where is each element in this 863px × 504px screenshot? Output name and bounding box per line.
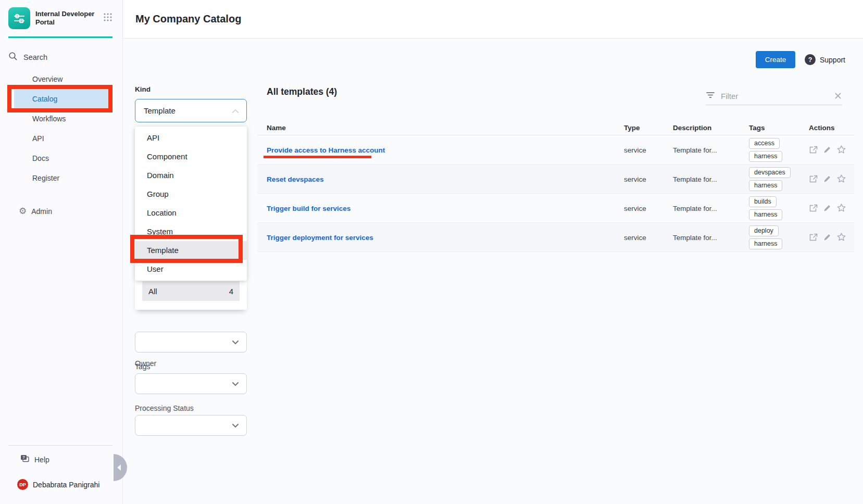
- clear-filter-icon[interactable]: [834, 92, 842, 100]
- filter-input[interactable]: [721, 92, 834, 100]
- kind-select-value: Template: [144, 106, 232, 115]
- chevron-up-icon: [232, 106, 239, 116]
- type-cell: service: [624, 146, 646, 154]
- search-icon: [8, 52, 18, 63]
- open-in-new-icon[interactable]: [809, 204, 818, 213]
- kind-option-component[interactable]: Component: [135, 147, 247, 166]
- template-link[interactable]: Reset devspaces: [267, 175, 324, 183]
- sidebar-item-help[interactable]: ? Help: [20, 454, 49, 465]
- table-title: All templates (4): [267, 86, 337, 97]
- column-header-description: Description: [673, 124, 749, 132]
- svg-text:?: ?: [22, 455, 25, 460]
- sidebar-item-docs[interactable]: Docs: [14, 149, 112, 169]
- description-cell: Template for...: [673, 146, 717, 154]
- templates-table: Name Type Description Tags Actions Provi…: [257, 121, 854, 252]
- edit-pencil-icon[interactable]: [823, 233, 832, 242]
- kind-option-group[interactable]: Group: [135, 185, 247, 204]
- description-cell: Template for...: [673, 175, 717, 183]
- description-cell: Template for...: [673, 205, 717, 212]
- star-icon[interactable]: [836, 232, 846, 242]
- sidebar-item-admin[interactable]: ⚙ Admin: [19, 207, 52, 216]
- question-icon: ?: [805, 54, 816, 65]
- tag-badge: deploy: [749, 225, 779, 236]
- description-cell: Template for...: [673, 234, 717, 242]
- table-row: Reset devspaces service Template for... …: [257, 165, 854, 194]
- kind-option-user[interactable]: User: [135, 260, 247, 279]
- open-in-new-icon[interactable]: [809, 145, 818, 155]
- star-icon[interactable]: [836, 174, 846, 184]
- brand-logo-icon: [8, 7, 30, 29]
- open-in-new-icon[interactable]: [809, 174, 818, 184]
- sidebar-search-label: Search: [23, 53, 47, 61]
- open-in-new-icon[interactable]: [809, 233, 818, 242]
- actions-bar: Create ? Support: [756, 51, 845, 68]
- kind-summary-all-row[interactable]: All 4: [142, 281, 240, 301]
- type-cell: service: [624, 234, 646, 242]
- tags-select[interactable]: [135, 373, 247, 394]
- tag-badge: builds: [749, 196, 777, 207]
- top-bar: My Company Catalog: [123, 0, 863, 39]
- sidebar: Internal Developer Portal Search Overvie…: [0, 0, 123, 504]
- chevron-left-icon: [117, 464, 121, 471]
- brand[interactable]: Internal Developer Portal: [8, 7, 112, 29]
- sidebar-item-api[interactable]: API: [14, 129, 112, 149]
- sidebar-item-overview[interactable]: Overview: [14, 70, 112, 90]
- template-link[interactable]: Trigger deployment for services: [267, 234, 373, 242]
- apps-grid-icon[interactable]: [103, 12, 112, 24]
- kind-option-system[interactable]: System: [135, 222, 247, 241]
- chevron-down-icon: [232, 379, 239, 388]
- column-header-tags: Tags: [749, 124, 809, 132]
- admin-label: Admin: [31, 207, 52, 216]
- sidebar-item-register[interactable]: Register: [14, 169, 112, 188]
- edit-pencil-icon[interactable]: [823, 204, 832, 212]
- processing-status-filter-label: Processing Status: [135, 404, 194, 412]
- app-window: Internal Developer Portal Search Overvie…: [0, 0, 863, 504]
- kind-select[interactable]: Template: [135, 99, 247, 122]
- tag-badge: access: [749, 138, 780, 149]
- table-row: Trigger build for services service Templ…: [257, 194, 854, 223]
- column-header-actions: Actions: [809, 124, 854, 132]
- sidebar-item-workflows[interactable]: Workflows: [14, 109, 112, 129]
- brand-divider: [8, 36, 112, 38]
- kind-option-api[interactable]: API: [135, 129, 247, 147]
- sidebar-bottom-divider: [8, 445, 112, 446]
- star-icon[interactable]: [836, 145, 846, 155]
- kind-summary-label: All: [148, 287, 157, 296]
- kind-option-template[interactable]: Template: [135, 241, 247, 260]
- main-content: Create ? Support Kind Template API Compo…: [123, 39, 863, 504]
- kind-filter-label: Kind: [135, 85, 151, 93]
- page-title: My Company Catalog: [135, 13, 241, 25]
- table-row: Trigger deployment for services service …: [257, 223, 854, 252]
- support-label: Support: [820, 56, 845, 64]
- kind-option-location[interactable]: Location: [135, 204, 247, 222]
- star-icon[interactable]: [836, 203, 846, 213]
- template-link[interactable]: Provide access to Harness account: [267, 146, 385, 154]
- chevron-down-icon: [232, 421, 239, 430]
- kind-summary-count: 4: [229, 287, 233, 296]
- table-row: Provide access to Harness account servic…: [257, 135, 854, 165]
- template-link[interactable]: Trigger build for services: [267, 205, 351, 212]
- sidebar-search[interactable]: Search: [8, 49, 112, 66]
- processing-status-select[interactable]: [135, 415, 247, 436]
- tag-badge: harness: [749, 180, 782, 191]
- sidebar-item-catalog[interactable]: Catalog: [14, 90, 112, 109]
- kind-summary-card: All 4: [135, 279, 247, 310]
- avatar: DP: [17, 479, 28, 490]
- kind-option-domain[interactable]: Domain: [135, 166, 247, 185]
- tag-badge: harness: [749, 238, 782, 249]
- tag-badge: devspaces: [749, 167, 791, 178]
- edit-pencil-icon[interactable]: [823, 145, 832, 154]
- user-menu[interactable]: DP Debabrata Panigrahi: [17, 479, 99, 490]
- table-header-row: Name Type Description Tags Actions: [257, 121, 854, 135]
- column-header-type: Type: [624, 124, 673, 132]
- help-chat-icon: ?: [20, 454, 30, 465]
- sidebar-nav: Overview Catalog Workflows API Docs Regi…: [0, 70, 123, 188]
- tags-filter-label: Tags: [135, 362, 151, 371]
- owner-select[interactable]: [135, 332, 247, 352]
- create-button[interactable]: Create: [756, 51, 795, 68]
- edit-pencil-icon[interactable]: [823, 174, 832, 183]
- support-button[interactable]: ? Support: [805, 54, 845, 65]
- kind-dropdown-menu: API Component Domain Group Location Syst…: [135, 127, 247, 281]
- user-name: Debabrata Panigrahi: [33, 481, 99, 489]
- tag-badge: harness: [749, 151, 782, 162]
